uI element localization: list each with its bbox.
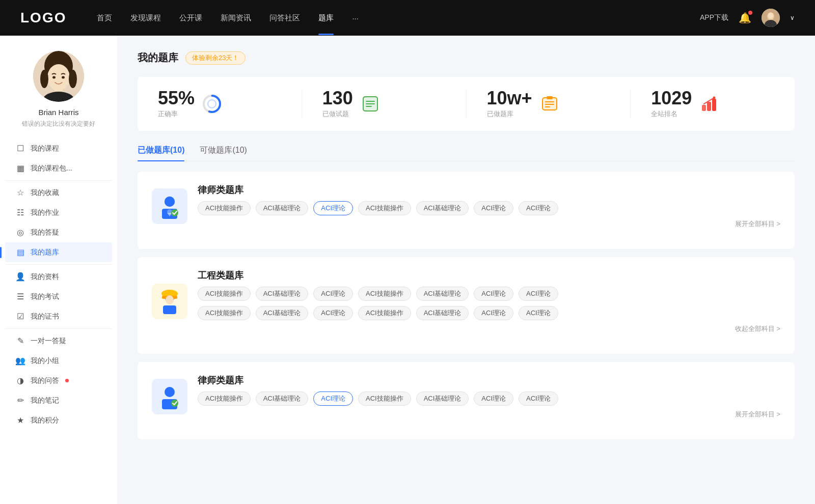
bank-tag[interactable]: ACI技能操作 [198, 306, 251, 320]
homework-icon: ☷ [15, 208, 25, 217]
sidebar-item-label: 我的积分 [31, 416, 59, 425]
nav-qa[interactable]: 问答社区 [269, 13, 300, 23]
sidebar-item-one-on-one[interactable]: ✎ 一对一答疑 [5, 331, 112, 351]
bank-tag[interactable]: ACI技能操作 [358, 306, 411, 320]
bank-footer-engineering: 收起全部科目 > [198, 324, 780, 333]
bank-tag[interactable]: ACI理论 [519, 201, 558, 215]
bank-tags-engineering-row1: ACI技能操作 ACI基础理论 ACI理论 ACI技能操作 ACI基础理论 AC… [198, 287, 780, 301]
sidebar-item-course[interactable]: ☐ 我的课程 [5, 138, 112, 158]
nav-home[interactable]: 首页 [97, 13, 112, 23]
sidebar-item-label: 我的题库 [31, 248, 59, 257]
bank-tag[interactable]: ACI技能操作 [358, 391, 411, 406]
main-content: 我的题库 体验剩余23天！ 55% 正确率 [117, 36, 815, 504]
sidebar-item-points[interactable]: ★ 我的积分 [5, 410, 112, 430]
bank-tag[interactable]: ACI基础理论 [256, 201, 309, 215]
svg-point-32 [165, 197, 175, 207]
stat-done-banks-text: 10w+ 已做题库 [487, 89, 532, 119]
nav-news[interactable]: 新闻资讯 [221, 13, 251, 23]
sidebar-item-coursepack[interactable]: ▦ 我的课程包... [5, 158, 112, 178]
stat-rank-number: 1029 [651, 89, 692, 107]
bank-tag[interactable]: ACI理论 [519, 306, 558, 320]
stat-accuracy-text: 55% 正确率 [158, 89, 195, 119]
sidebar-item-favorites[interactable]: ☆ 我的收藏 [5, 183, 112, 203]
bank-tag[interactable]: ACI理论 [474, 391, 513, 406]
svg-point-15 [208, 100, 216, 108]
stat-rank: 1029 全站排名 [631, 89, 774, 119]
sidebar-item-certificate[interactable]: ☑ 我的证书 [5, 306, 112, 326]
doubts-icon: ◎ [15, 228, 25, 237]
bank-tag[interactable]: ACI基础理论 [256, 287, 309, 301]
sidebar-item-myqa[interactable]: ◑ 我的问答 [5, 371, 112, 390]
sidebar-item-doubts[interactable]: ◎ 我的答疑 [5, 222, 112, 242]
bank-tag[interactable]: ACI技能操作 [198, 391, 251, 406]
bank-tag[interactable]: ACI技能操作 [358, 287, 411, 301]
certificate-icon: ☑ [15, 312, 25, 321]
bank-footer-lawyer: 展开全部科目 > [198, 219, 780, 229]
bank-icon-engineering [152, 284, 187, 319]
expand-all-btn[interactable]: 展开全部科目 > [735, 219, 780, 229]
app-download-btn[interactable]: APP下载 [700, 13, 728, 22]
nav-discover[interactable]: 发现课程 [130, 13, 161, 23]
sidebar-item-label: 一对一答疑 [31, 337, 66, 346]
svg-rect-26 [547, 96, 553, 99]
bank-tag-selected[interactable]: ACI理论 [313, 201, 353, 215]
bank-tag-selected[interactable]: ACI理论 [313, 391, 353, 406]
bank-tag[interactable]: ACI基础理论 [256, 306, 309, 320]
nav-public[interactable]: 公开课 [179, 13, 202, 23]
bank-tag[interactable]: ACI基础理论 [416, 306, 469, 320]
bank-tag[interactable]: ACI理论 [474, 287, 513, 301]
bank-tag[interactable]: ACI基础理论 [416, 391, 469, 406]
divider [5, 264, 112, 265]
bank-tag[interactable]: ACI技能操作 [198, 201, 251, 215]
svg-point-30 [713, 97, 716, 99]
sidebar-item-label: 我的课程包... [31, 164, 72, 173]
bank-tag[interactable]: ACI理论 [313, 287, 353, 301]
avatar-image [762, 9, 780, 27]
sidebar-item-exam[interactable]: ☰ 我的考试 [5, 287, 112, 306]
profile-icon: 👤 [15, 272, 25, 282]
bank-tag[interactable]: ACI基础理论 [416, 201, 469, 215]
sidebar-item-notes[interactable]: ✏ 我的笔记 [5, 390, 112, 410]
bank-tag[interactable]: ACI技能操作 [198, 287, 251, 301]
bank-body-engineering: 工程类题库 ACI技能操作 ACI基础理论 ACI理论 ACI技能操作 ACI基… [198, 269, 780, 333]
user-menu-chevron[interactable]: ∨ [790, 14, 795, 21]
logo[interactable]: LOGO [20, 10, 66, 26]
sidebar-item-groups[interactable]: 👥 我的小组 [5, 351, 112, 371]
questionbank-icon: ▤ [15, 247, 25, 257]
sidebar-item-homework[interactable]: ☷ 我的作业 [5, 203, 112, 222]
stat-accuracy-icon [202, 94, 222, 114]
bank-tag[interactable]: ACI理论 [474, 201, 513, 215]
sidebar-item-profile[interactable]: 👤 我的资料 [5, 267, 112, 287]
bank-tags-engineering-row2: ACI技能操作 ACI基础理论 ACI理论 ACI技能操作 ACI基础理论 AC… [198, 306, 780, 320]
exam-icon: ☰ [15, 292, 25, 301]
bank-tag[interactable]: ACI理论 [519, 287, 558, 301]
favorites-icon: ☆ [15, 188, 25, 198]
stat-done-questions-icon [360, 94, 381, 114]
collapse-all-btn[interactable]: 收起全部科目 > [735, 324, 780, 333]
svg-rect-28 [707, 102, 711, 111]
bank-tag[interactable]: ACI理论 [313, 306, 353, 320]
bank-tag[interactable]: ACI理论 [474, 306, 513, 320]
stats-row: 55% 正确率 130 已做试题 [138, 77, 795, 131]
nav-questionbank[interactable]: 题库 [318, 13, 334, 23]
points-icon: ★ [15, 415, 25, 425]
nav-more[interactable]: ··· [352, 14, 359, 22]
one-on-one-icon: ✎ [15, 336, 25, 346]
bank-tag[interactable]: ACI理论 [519, 391, 558, 406]
page-title: 我的题库 [138, 51, 178, 65]
svg-rect-40 [163, 305, 176, 314]
tab-done[interactable]: 已做题库(10) [138, 145, 184, 161]
tabs-bar: 已做题库(10) 可做题库(10) [138, 145, 795, 161]
bank-tag[interactable]: ACI基础理论 [416, 287, 469, 301]
expand-all-btn-2[interactable]: 展开全部科目 > [735, 410, 780, 419]
avatar[interactable] [762, 9, 780, 27]
sidebar: Brian Harris 错误的决定比没有决定要好 ☐ 我的课程 ▦ 我的课程包… [0, 36, 117, 504]
navbar: LOGO 首页 发现课程 公开课 新闻资讯 问答社区 题库 ··· APP下载 … [0, 0, 815, 36]
divider [5, 180, 112, 181]
svg-point-3 [768, 13, 773, 19]
bank-tag[interactable]: ACI技能操作 [358, 201, 411, 215]
tab-available[interactable]: 可做题库(10) [200, 145, 247, 161]
bank-tag[interactable]: ACI基础理论 [256, 391, 309, 406]
sidebar-item-questionbank[interactable]: ▤ 我的题库 [5, 242, 112, 262]
notification-bell[interactable]: 🔔 [739, 12, 751, 24]
